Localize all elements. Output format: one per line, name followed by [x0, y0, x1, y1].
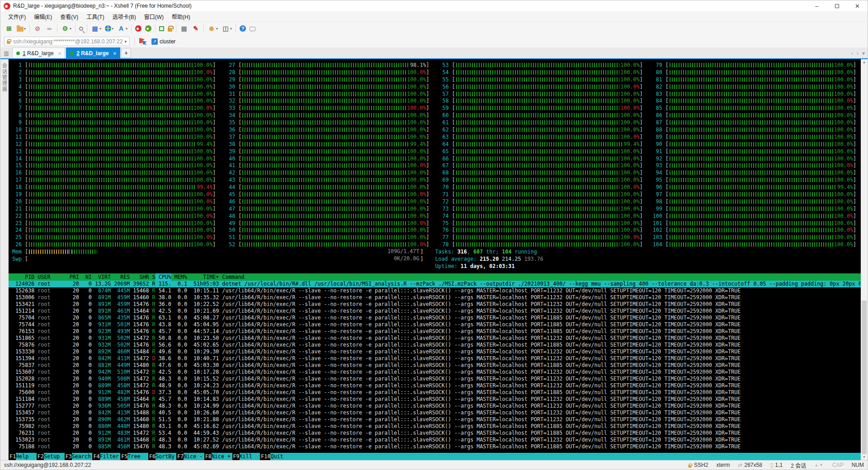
scroll-up-icon[interactable]: ▲: [863, 59, 866, 65]
process-row[interactable]: 76153root200923M493M15476R45.70.044:57.1…: [9, 328, 861, 335]
terminal-scrollbar[interactable]: ▲ ▼: [861, 59, 868, 460]
font-button[interactable]: A▾: [116, 24, 129, 33]
status-sessions[interactable]: 2 会话: [791, 461, 806, 469]
help-button[interactable]: ?: [238, 24, 247, 33]
fkey-f2[interactable]: F2Setup: [37, 453, 65, 460]
process-row[interactable]: 75704root200865M435M15476R63.10.045:08.2…: [9, 315, 861, 321]
process-row[interactable]: 152028root200940M508M15472R48.30.010:15.…: [9, 376, 861, 382]
column-header-mem[interactable]: MEM%: [171, 273, 187, 281]
close-icon[interactable]: ✕: [847, 0, 868, 11]
lock-button[interactable]: [166, 25, 174, 33]
column-header-virt[interactable]: VIRT: [92, 273, 111, 281]
process-row[interactable]: 151865root200931M502M15472R50.80.010:23.…: [9, 335, 861, 342]
fkey-f5[interactable]: F5Tree: [120, 453, 148, 460]
process-row[interactable]: 153006root200891M459M15460R38.00.010:35.…: [9, 294, 861, 301]
process-row[interactable]: 153330root200892M460M15484R49.60.010:29.…: [9, 348, 861, 355]
disconnect-button[interactable]: ⊘: [32, 24, 43, 33]
menu-item[interactable]: 查看(V): [56, 11, 82, 22]
menu-item[interactable]: 窗口(W): [140, 11, 168, 22]
session-properties-button[interactable]: ⚙▾: [60, 24, 73, 33]
panes-icon[interactable]: ▥: [1, 48, 11, 58]
tab-close-icon[interactable]: ×: [113, 51, 116, 56]
column-header-time[interactable]: TIME+: [187, 273, 219, 281]
minimize-icon[interactable]: –: [807, 0, 827, 11]
fkey-f4[interactable]: F4Filter: [92, 453, 120, 460]
process-row[interactable]: 151119root200889M458M15472R48.90.010:24.…: [9, 382, 861, 389]
process-row[interactable]: 153735root200890M462M15468R51.50.010:21.…: [9, 416, 861, 423]
process-row[interactable]: 75188root200885M456M15476R48.30.045:02.6…: [9, 443, 861, 450]
process-row[interactable]: 75744root200931M501M15476R43.80.045:04.9…: [9, 321, 861, 328]
tab-scroll-left-icon[interactable]: ‹: [851, 50, 853, 56]
tab-close-icon[interactable]: ×: [58, 51, 61, 56]
process-row[interactable]: 75600root200912M482M15476D37.30.045:05.7…: [9, 389, 861, 396]
web-button[interactable]: ▾: [104, 24, 115, 33]
process-row[interactable]: 124026root20013.2G2069M39652R115.0.151h0…: [9, 281, 861, 287]
menu-item[interactable]: 文件(F): [4, 11, 30, 22]
find-button[interactable]: [78, 26, 85, 32]
column-header-s[interactable]: S: [149, 273, 156, 281]
keyboard-button[interactable]: ▦: [179, 24, 189, 33]
highlight-button[interactable]: ✎: [190, 24, 201, 33]
scrollbar-thumb[interactable]: [862, 301, 867, 454]
quick-command-flag-icon[interactable]: [139, 38, 147, 45]
terminal[interactable]: 1[100.0%]2[100.0%]3[100.0%]4[100.0%]5[10…: [9, 59, 861, 460]
message-button[interactable]: [248, 25, 257, 32]
new-tab-button[interactable]: +: [121, 48, 131, 58]
process-row[interactable]: 151394root200842M411M15472D38.60.010:40.…: [9, 355, 861, 362]
process-row[interactable]: 153023root200891M461M15468R48.30.010:27.…: [9, 437, 861, 443]
tab-list-icon[interactable]: ▾: [862, 50, 865, 56]
column-header-command[interactable]: Command: [219, 273, 861, 281]
tab-2[interactable]: 2 R&D_large×: [66, 47, 120, 58]
process-row[interactable]: 153457root200842M413M15488R40.50.010:26.…: [9, 409, 861, 416]
scroll-down-icon[interactable]: ▼: [863, 454, 866, 460]
column-header-ni[interactable]: NI: [79, 273, 92, 281]
process-row[interactable]: 75837root200881M449M15480R47.60.045:03.3…: [9, 362, 861, 369]
xagent-button[interactable]: [144, 24, 153, 33]
fkey-f8[interactable]: F8Nice +: [204, 453, 232, 460]
column-header-user[interactable]: USER: [34, 273, 63, 281]
column-header-shr[interactable]: SHR: [130, 273, 149, 281]
session-manager-strip[interactable]: 会话管理器: [0, 59, 9, 460]
address-dropdown-icon[interactable]: ▾: [123, 39, 127, 44]
cluster-button[interactable]: ↗ cluster: [151, 38, 175, 45]
new-file-button[interactable]: ⊕▾: [206, 24, 219, 33]
cpu-percent: 100.0%: [193, 155, 212, 162]
menu-item[interactable]: 编辑(E): [30, 11, 56, 22]
process-row[interactable]: 75982root200880M448M15480R43.10.045:16.6…: [9, 423, 861, 430]
fkey-f9[interactable]: F9Kill: [232, 453, 260, 460]
session-nav-icons[interactable]: ▲▼: [814, 463, 824, 467]
xshell-button[interactable]: [134, 24, 143, 33]
status-term-type[interactable]: xterm: [716, 462, 730, 468]
fullscreen-button[interactable]: [158, 25, 165, 32]
process-row[interactable]: 151184root200889M458M15464R45.70.010:14.…: [9, 396, 861, 403]
fkey-f3[interactable]: F3Search: [65, 453, 93, 460]
column-header-pri[interactable]: PRI: [63, 273, 79, 281]
cpu-percent: 100.0%: [407, 148, 426, 155]
process-row[interactable]: 151214root200891M461M15464R42.50.010:21.…: [9, 308, 861, 315]
process-row[interactable]: 152777root200936M505M15476R48.30.010:24.…: [9, 403, 861, 409]
open-folder-button[interactable]: ▾: [15, 24, 27, 33]
reconnect-button[interactable]: ∞: [44, 24, 55, 33]
tab-scroll-right-icon[interactable]: ›: [857, 50, 859, 56]
column-header-pid[interactable]: PID: [12, 273, 34, 281]
process-row[interactable]: 76231root200912M483M15472R53.40.044:59.4…: [9, 430, 861, 437]
maximize-icon[interactable]: [827, 0, 847, 11]
fkey-f1[interactable]: F1Help: [9, 453, 37, 460]
column-header-res[interactable]: RES: [111, 273, 130, 281]
process-row[interactable]: 153607root200942M510M15472R42.50.010:17.…: [9, 369, 861, 376]
menu-item[interactable]: 选项卡(B): [108, 11, 140, 22]
address-input[interactable]: ssh://xieguigang:**********@192.168.0.20…: [4, 37, 130, 46]
column-header-cpu[interactable]: CPU%: [156, 273, 171, 281]
process-row[interactable]: 152638root200874M445M15468R54.10.010:15.…: [9, 287, 861, 294]
layout-button[interactable]: ◫▾: [220, 24, 233, 33]
tab-1[interactable]: 1 R&D_large×: [12, 47, 65, 58]
new-session-button[interactable]: ⊞: [4, 24, 14, 33]
process-row[interactable]: 75876root200932M502M15476R56.60.045:02.6…: [9, 342, 861, 348]
fkey-f6[interactable]: F6SortBy: [148, 453, 176, 460]
menu-item[interactable]: 工具(T): [82, 11, 108, 22]
process-row[interactable]: 153421root200891M459M15476R36.00.010:22.…: [9, 301, 861, 308]
fkey-f10[interactable]: F10Quit: [260, 453, 291, 460]
menu-item[interactable]: 帮助(H): [168, 11, 194, 22]
fkey-f7[interactable]: F7Nice -: [176, 453, 204, 460]
compose-button[interactable]: ▦▾: [90, 24, 103, 33]
